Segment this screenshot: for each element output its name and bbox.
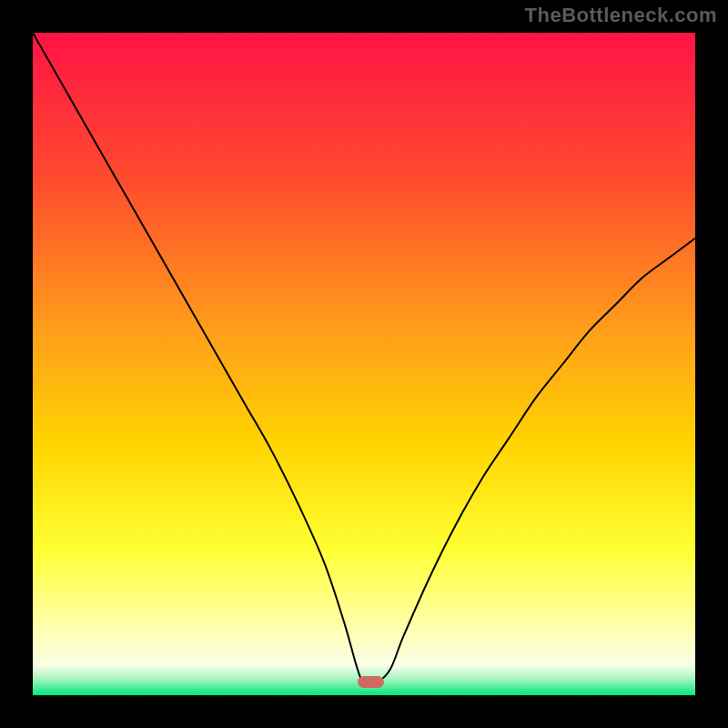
plot-area <box>33 33 695 695</box>
chart-frame: TheBottleneck.com <box>0 0 728 728</box>
gradient-background <box>33 33 695 695</box>
chart-svg <box>33 33 695 695</box>
optimal-range-marker <box>358 676 384 688</box>
watermark-text: TheBottleneck.com <box>525 4 717 27</box>
